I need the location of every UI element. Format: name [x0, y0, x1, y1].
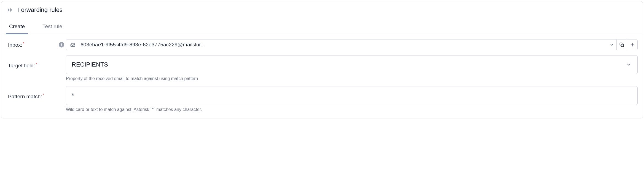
row-inbox: Inbox:* i 603ebae1-9f55-4fd9-893e-62e377…: [8, 39, 638, 50]
row-pattern-match: Pattern match:* Wild card or text to mat…: [8, 86, 638, 112]
label-col-target: Target field:*: [8, 62, 66, 69]
required-marker: *: [23, 41, 24, 46]
label-col-inbox: Inbox:* i: [8, 41, 66, 48]
target-field-value: RECIPIENTS: [72, 61, 626, 68]
pattern-match-input[interactable]: [72, 92, 632, 99]
inbox-value: 603ebae1-9f55-4fd9-893e-62e3775ac229@mai…: [80, 42, 609, 48]
chevron-down-icon: [626, 62, 632, 68]
add-button[interactable]: [627, 39, 638, 50]
panel-header: Forwarding rules: [1, 1, 643, 16]
inbox-tray-icon: [70, 42, 76, 47]
pattern-field-col: Wild card or text to match against. Aste…: [66, 86, 638, 112]
target-field-label: Target field:*: [8, 62, 37, 69]
forward-arrows-icon: [7, 7, 14, 12]
target-field-select[interactable]: RECIPIENTS: [66, 55, 638, 74]
inbox-select[interactable]: 603ebae1-9f55-4fd9-893e-62e3775ac229@mai…: [66, 39, 617, 50]
target-field-col: RECIPIENTS Property of the received emai…: [66, 55, 638, 81]
forwarding-rules-panel: Forwarding rules Create Test rule Inbox:…: [1, 1, 643, 118]
panel-title: Forwarding rules: [17, 6, 63, 14]
pattern-match-input-wrap: [66, 86, 638, 105]
pattern-match-label: Pattern match:*: [8, 93, 44, 100]
inbox-field-col: 603ebae1-9f55-4fd9-893e-62e3775ac229@mai…: [66, 39, 638, 50]
chevron-down-icon: [609, 42, 614, 47]
inbox-input-group: 603ebae1-9f55-4fd9-893e-62e3775ac229@mai…: [66, 39, 638, 50]
pattern-match-help: Wild card or text to match against. Aste…: [66, 107, 638, 112]
form-area: Inbox:* i 603ebae1-9f55-4fd9-893e-62e377…: [1, 34, 643, 118]
info-icon[interactable]: i: [59, 42, 64, 47]
tabs: Create Test rule: [1, 20, 643, 34]
svg-rect-0: [621, 44, 624, 47]
row-target-field: Target field:* RECIPIENTS Property of th…: [8, 55, 638, 81]
tab-test-rule[interactable]: Test rule: [39, 20, 66, 34]
required-marker: *: [43, 93, 44, 97]
target-field-help: Property of the received email to match …: [66, 76, 638, 81]
label-col-pattern: Pattern match:*: [8, 93, 66, 100]
tab-create[interactable]: Create: [6, 20, 28, 34]
inbox-label: Inbox:*: [8, 41, 24, 48]
required-marker: *: [36, 62, 37, 66]
copy-button[interactable]: [617, 39, 627, 50]
